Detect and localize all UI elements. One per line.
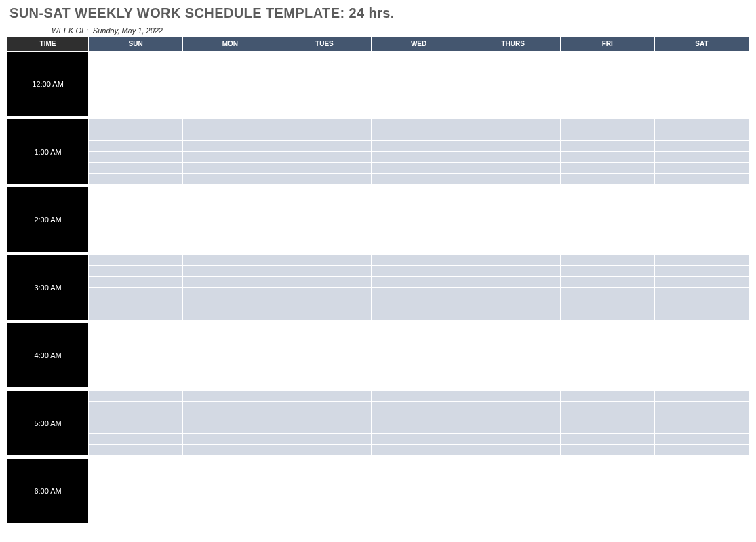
schedule-cell[interactable] [372, 288, 466, 298]
schedule-cell[interactable] [277, 402, 372, 412]
schedule-cell[interactable] [654, 366, 749, 377]
schedule-cell[interactable] [183, 52, 277, 62]
schedule-cell[interactable] [466, 141, 560, 152]
schedule-cell[interactable] [466, 198, 560, 209]
schedule-cell[interactable] [277, 445, 372, 456]
schedule-cell[interactable] [183, 491, 277, 502]
schedule-cell[interactable] [654, 423, 749, 434]
schedule-cell[interactable] [89, 402, 183, 412]
schedule-cell[interactable] [183, 209, 277, 220]
schedule-cell[interactable] [372, 391, 466, 402]
schedule-cell[interactable] [277, 174, 372, 185]
schedule-cell[interactable] [466, 84, 560, 95]
schedule-cell[interactable] [89, 198, 183, 209]
schedule-cell[interactable] [372, 402, 466, 412]
schedule-cell[interactable] [372, 163, 466, 174]
schedule-cell[interactable] [89, 152, 183, 163]
schedule-cell[interactable] [277, 469, 372, 480]
schedule-cell[interactable] [372, 84, 466, 95]
schedule-cell[interactable] [654, 163, 749, 174]
schedule-cell[interactable] [89, 377, 183, 388]
schedule-cell[interactable] [183, 345, 277, 355]
schedule-cell[interactable] [277, 231, 372, 241]
schedule-cell[interactable] [277, 345, 372, 355]
schedule-cell[interactable] [277, 209, 372, 220]
schedule-cell[interactable] [654, 73, 749, 84]
schedule-cell[interactable] [277, 241, 372, 252]
schedule-cell[interactable] [654, 106, 749, 117]
schedule-cell[interactable] [277, 255, 372, 266]
schedule-cell[interactable] [89, 255, 183, 266]
schedule-cell[interactable] [183, 412, 277, 423]
schedule-cell[interactable] [372, 277, 466, 288]
schedule-cell[interactable] [654, 84, 749, 95]
schedule-cell[interactable] [466, 288, 560, 298]
schedule-cell[interactable] [560, 288, 654, 298]
schedule-cell[interactable] [560, 84, 654, 95]
schedule-cell[interactable] [183, 391, 277, 402]
schedule-cell[interactable] [89, 73, 183, 84]
schedule-cell[interactable] [183, 119, 277, 130]
schedule-cell[interactable] [372, 502, 466, 513]
schedule-cell[interactable] [372, 52, 466, 62]
schedule-cell[interactable] [654, 174, 749, 185]
schedule-cell[interactable] [654, 255, 749, 266]
schedule-cell[interactable] [183, 298, 277, 309]
schedule-cell[interactable] [89, 187, 183, 198]
schedule-cell[interactable] [372, 141, 466, 152]
schedule-cell[interactable] [560, 355, 654, 366]
schedule-cell[interactable] [183, 220, 277, 231]
schedule-cell[interactable] [466, 355, 560, 366]
schedule-cell[interactable] [466, 469, 560, 480]
schedule-cell[interactable] [560, 141, 654, 152]
schedule-cell[interactable] [89, 391, 183, 402]
schedule-cell[interactable] [277, 62, 372, 73]
schedule-cell[interactable] [277, 84, 372, 95]
schedule-cell[interactable] [654, 241, 749, 252]
schedule-cell[interactable] [560, 106, 654, 117]
schedule-cell[interactable] [560, 502, 654, 513]
schedule-cell[interactable] [89, 469, 183, 480]
schedule-cell[interactable] [183, 187, 277, 198]
schedule-cell[interactable] [372, 255, 466, 266]
schedule-cell[interactable] [654, 323, 749, 334]
schedule-cell[interactable] [372, 377, 466, 388]
schedule-cell[interactable] [277, 480, 372, 491]
schedule-cell[interactable] [89, 62, 183, 73]
schedule-cell[interactable] [183, 174, 277, 185]
schedule-cell[interactable] [277, 491, 372, 502]
schedule-cell[interactable] [277, 266, 372, 277]
schedule-cell[interactable] [560, 469, 654, 480]
schedule-cell[interactable] [89, 355, 183, 366]
schedule-cell[interactable] [89, 241, 183, 252]
schedule-cell[interactable] [560, 445, 654, 456]
schedule-cell[interactable] [372, 469, 466, 480]
schedule-cell[interactable] [466, 377, 560, 388]
schedule-cell[interactable] [277, 95, 372, 106]
schedule-cell[interactable] [277, 52, 372, 62]
schedule-cell[interactable] [654, 187, 749, 198]
schedule-cell[interactable] [466, 62, 560, 73]
schedule-cell[interactable] [654, 459, 749, 469]
schedule-cell[interactable] [560, 334, 654, 345]
schedule-cell[interactable] [372, 231, 466, 241]
schedule-cell[interactable] [654, 231, 749, 241]
schedule-cell[interactable] [466, 152, 560, 163]
schedule-cell[interactable] [183, 366, 277, 377]
schedule-cell[interactable] [560, 95, 654, 106]
schedule-cell[interactable] [654, 62, 749, 73]
schedule-cell[interactable] [466, 231, 560, 241]
schedule-cell[interactable] [183, 445, 277, 456]
schedule-cell[interactable] [277, 277, 372, 288]
schedule-cell[interactable] [466, 309, 560, 320]
schedule-cell[interactable] [183, 480, 277, 491]
schedule-cell[interactable] [89, 174, 183, 185]
schedule-cell[interactable] [89, 52, 183, 62]
schedule-cell[interactable] [89, 231, 183, 241]
schedule-cell[interactable] [277, 366, 372, 377]
schedule-cell[interactable] [183, 231, 277, 241]
schedule-cell[interactable] [277, 119, 372, 130]
schedule-cell[interactable] [372, 323, 466, 334]
schedule-cell[interactable] [183, 198, 277, 209]
schedule-cell[interactable] [466, 255, 560, 266]
